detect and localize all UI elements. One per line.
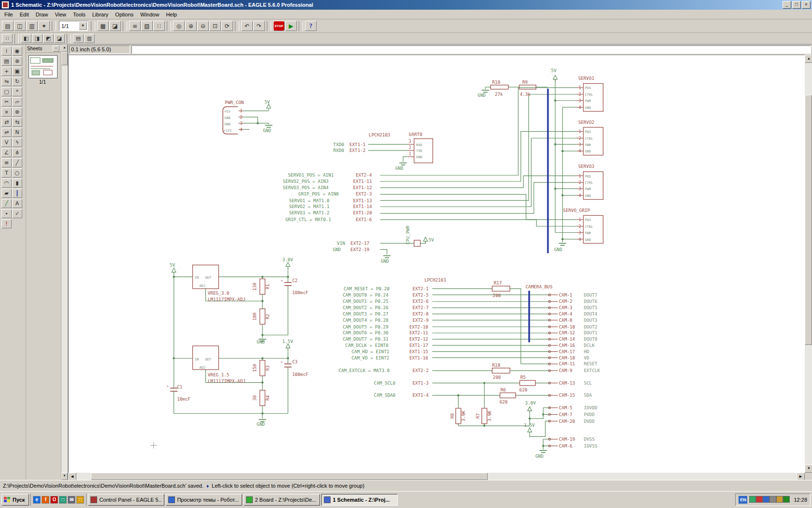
tool-bus-icon[interactable]: ┃	[12, 189, 22, 198]
taskbar-button-4[interactable]: 1 Schematic - Z:\Proj...	[321, 494, 398, 506]
resistor-symbol[interactable]	[260, 309, 265, 324]
hscroll-thumb[interactable]	[91, 473, 488, 480]
taskbar-button-2[interactable]: Просмотр темы - Робот...	[166, 494, 242, 506]
menu-draw[interactable]: Draw	[32, 11, 52, 18]
window-layout-2-icon[interactable]: ◨	[32, 34, 43, 43]
explorer-icon[interactable]: □	[76, 496, 84, 504]
stop-icon[interactable]: STOP	[273, 21, 285, 31]
sheet-selector[interactable]: 1/1▼	[59, 21, 88, 31]
language-indicator[interactable]: EN	[739, 496, 747, 504]
resistor-symbol[interactable]	[492, 368, 510, 374]
scroll-down-icon[interactable]: ▼	[61, 473, 68, 480]
tray-icon-6[interactable]	[783, 496, 790, 503]
tool-show-icon[interactable]: ◉	[12, 46, 22, 56]
tool-add-icon[interactable]: ⊕	[12, 107, 22, 117]
tray-icon-2[interactable]	[756, 496, 763, 503]
net-wire[interactable]	[243, 117, 258, 123]
run-script-icon[interactable]: ≡	[129, 21, 141, 31]
schematic-canvas[interactable]: +++PWR_CON5V1234+5VGNDGND+12VGND5VR1027k…	[68, 55, 805, 473]
tool-mirror-icon[interactable]: ⇋	[1, 77, 12, 86]
tool-polygon-icon[interactable]: ▰	[1, 189, 12, 198]
resistor-symbol[interactable]	[482, 408, 487, 424]
zoom-select-icon[interactable]: ⊡	[209, 21, 221, 31]
close-button[interactable]: ×	[802, 1, 811, 9]
tool-replace-icon[interactable]: ⇌	[1, 128, 12, 137]
dock-icon[interactable]: ▫	[53, 45, 59, 52]
redo-icon[interactable]: ↷	[253, 21, 265, 31]
tool-erc-icon[interactable]: ✓	[12, 209, 22, 218]
menu-options[interactable]: Options	[112, 11, 137, 18]
tool-group-icon[interactable]: ▢	[1, 87, 12, 96]
menu-file[interactable]: File	[1, 11, 16, 18]
scroll-up-icon[interactable]: ▲	[61, 45, 68, 52]
net-wire[interactable]	[403, 157, 408, 162]
canvas-hscrollbar[interactable]: ◀ ▶	[68, 473, 805, 480]
sheet-thumbnail[interactable]	[29, 55, 58, 78]
supply-arrow-symbol[interactable]	[528, 428, 532, 432]
supply-arrow-symbol[interactable]	[423, 237, 428, 241]
show-desktop-icon[interactable]: □	[59, 496, 67, 504]
tray-icon-4[interactable]	[769, 496, 776, 503]
sheets-scroll-track[interactable]	[61, 52, 68, 473]
tool-arc-icon[interactable]: ◠	[1, 179, 12, 188]
net-wire[interactable]	[262, 285, 288, 335]
supply-arrow-symbol[interactable]	[553, 75, 557, 80]
taskbar-button-3[interactable]: 2 Board - Z:\Projects\De...	[244, 494, 320, 506]
tool-paste-icon[interactable]: ▱	[12, 97, 22, 106]
redraw-icon[interactable]: ⟳	[221, 21, 233, 31]
supply-arrow-symbol[interactable]	[528, 407, 532, 411]
tool-errors-icon[interactable]: !	[1, 219, 12, 228]
tray-icon-1[interactable]	[749, 496, 756, 503]
tool-info-icon[interactable]: i	[1, 46, 12, 56]
window-layout-4-icon[interactable]: ◪	[54, 34, 65, 43]
tool-copy-icon[interactable]: ▣	[12, 67, 22, 76]
supply-arrow-symbol[interactable]	[286, 262, 290, 267]
tool-circle-icon[interactable]: ○	[12, 168, 22, 178]
net-wire[interactable]	[510, 289, 551, 364]
tool-pinswap-icon[interactable]: ⇄	[1, 118, 12, 127]
restore-button[interactable]: □	[792, 1, 801, 9]
menu-window[interactable]: Window	[137, 11, 162, 18]
switch-to-board-icon[interactable]: ◪	[109, 21, 121, 31]
canvas-vscrollbar[interactable]: ▲ ▼	[805, 55, 812, 473]
resistor-symbol[interactable]	[260, 390, 265, 406]
save-icon[interactable]: ◫	[14, 21, 26, 31]
start-button[interactable]: Пуск	[1, 494, 29, 506]
net-wire[interactable]	[243, 123, 269, 124]
tool-mark-icon[interactable]: ⊗	[12, 57, 22, 66]
help-icon[interactable]: ?	[305, 21, 317, 31]
chevron-down-icon[interactable]: ▼	[79, 22, 87, 30]
supply-arrow-symbol[interactable]	[267, 104, 271, 108]
frame-b-icon[interactable]: ▥	[84, 34, 95, 43]
minimize-button[interactable]: _	[783, 1, 791, 9]
tool-wire-icon[interactable]: ╱	[12, 158, 22, 167]
tray-icon-5[interactable]	[776, 496, 783, 503]
menu-library[interactable]: Library	[89, 11, 112, 18]
tool-name-icon[interactable]: N	[12, 128, 22, 137]
tool-smash-icon[interactable]: ϟ	[12, 138, 22, 147]
tool-junction-icon[interactable]: •	[1, 209, 12, 218]
mail-icon[interactable]: ✉	[68, 496, 75, 504]
grid-settings-icon[interactable]: ∷	[153, 21, 165, 31]
sheets-scrollbar[interactable]: ▲ ▼	[61, 45, 68, 480]
zoom-out-icon[interactable]: ⊖	[197, 21, 209, 31]
menu-help[interactable]: Help	[162, 11, 180, 18]
tray-icon-3[interactable]	[763, 496, 769, 503]
firefox-icon[interactable]: f	[42, 496, 49, 504]
tool-invoke-icon[interactable]: ≡	[1, 158, 12, 167]
resistor-symbol[interactable]	[260, 360, 265, 376]
net-wire[interactable]	[174, 391, 288, 414]
vscroll-thumb[interactable]	[805, 95, 812, 345]
taskbar-button-1[interactable]: Control Panel - EAGLE 5...	[88, 494, 164, 506]
menu-edit[interactable]: Edit	[16, 11, 32, 18]
vscroll-track[interactable]	[805, 63, 812, 464]
open-icon[interactable]: ▤	[2, 21, 14, 31]
resistor-symbol[interactable]	[260, 279, 265, 294]
tool-rect-icon[interactable]: ▮	[12, 179, 22, 188]
menu-tools[interactable]: Tools	[70, 11, 89, 18]
tool-display-icon[interactable]: ▤	[1, 57, 12, 66]
sheets-scroll-thumb[interactable]	[61, 52, 68, 65]
tool-split-icon[interactable]: ⋔	[12, 148, 22, 157]
resistor-symbol[interactable]	[519, 85, 536, 90]
supply-arrow-symbol[interactable]	[172, 268, 176, 272]
